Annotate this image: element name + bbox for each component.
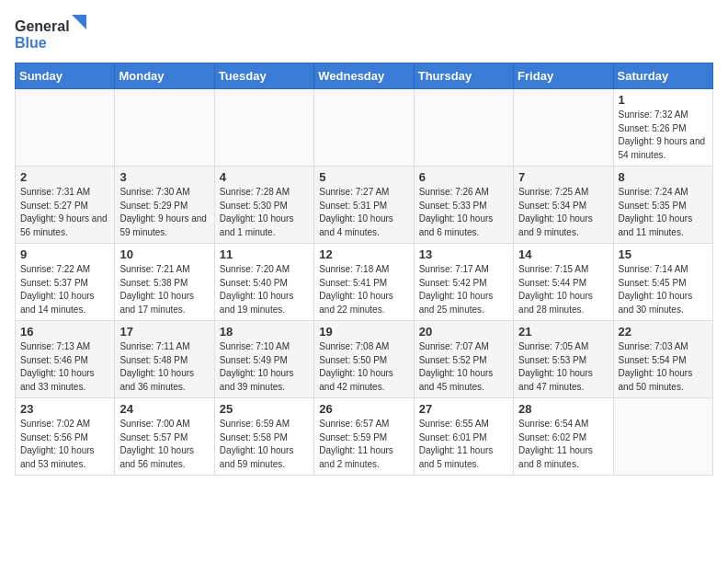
day-cell: 6Sunrise: 7:26 AM Sunset: 5:33 PM Daylig… xyxy=(414,167,513,244)
day-info: Sunrise: 7:25 AM Sunset: 5:34 PM Dayligh… xyxy=(518,186,608,239)
day-cell: 7Sunrise: 7:25 AM Sunset: 5:34 PM Daylig… xyxy=(514,167,613,244)
day-cell xyxy=(514,89,613,167)
weekday-header-wednesday: Wednesday xyxy=(314,63,414,89)
day-number: 12 xyxy=(319,247,408,261)
day-cell xyxy=(414,89,513,167)
day-number: 1 xyxy=(619,93,708,107)
day-cell: 24Sunrise: 7:00 AM Sunset: 5:57 PM Dayli… xyxy=(115,398,214,476)
day-number: 10 xyxy=(119,247,209,261)
day-cell: 25Sunrise: 6:59 AM Sunset: 5:58 PM Dayli… xyxy=(214,398,313,476)
day-cell: 9Sunrise: 7:22 AM Sunset: 5:37 PM Daylig… xyxy=(16,244,115,321)
day-cell: 20Sunrise: 7:07 AM Sunset: 5:52 PM Dayli… xyxy=(414,321,513,398)
day-cell: 1Sunrise: 7:32 AM Sunset: 5:26 PM Daylig… xyxy=(613,89,712,167)
logo-icon: GeneralBlue xyxy=(15,15,88,55)
weekday-header-tuesday: Tuesday xyxy=(214,63,313,89)
logo: GeneralBlue xyxy=(15,15,88,55)
day-cell: 13Sunrise: 7:17 AM Sunset: 5:42 PM Dayli… xyxy=(414,244,513,321)
day-info: Sunrise: 7:32 AM Sunset: 5:26 PM Dayligh… xyxy=(619,109,708,162)
day-number: 14 xyxy=(518,247,608,261)
day-number: 17 xyxy=(119,325,209,339)
weekday-header-sunday: Sunday xyxy=(16,63,115,89)
day-number: 26 xyxy=(319,402,408,416)
day-number: 28 xyxy=(518,402,608,416)
day-info: Sunrise: 7:08 AM Sunset: 5:50 PM Dayligh… xyxy=(319,340,408,394)
day-cell: 12Sunrise: 7:18 AM Sunset: 5:41 PM Dayli… xyxy=(314,244,414,321)
day-number: 18 xyxy=(220,325,309,339)
day-info: Sunrise: 7:03 AM Sunset: 5:54 PM Dayligh… xyxy=(619,340,708,394)
day-cell: 14Sunrise: 7:15 AM Sunset: 5:44 PM Dayli… xyxy=(514,244,613,321)
day-info: Sunrise: 7:27 AM Sunset: 5:31 PM Dayligh… xyxy=(319,186,408,239)
day-number: 15 xyxy=(619,247,708,261)
day-cell: 11Sunrise: 7:20 AM Sunset: 5:40 PM Dayli… xyxy=(214,244,313,321)
day-number: 13 xyxy=(419,247,508,261)
day-info: Sunrise: 7:18 AM Sunset: 5:41 PM Dayligh… xyxy=(319,263,408,316)
day-cell: 10Sunrise: 7:21 AM Sunset: 5:38 PM Dayli… xyxy=(115,244,214,321)
day-number: 16 xyxy=(20,325,109,339)
day-cell: 15Sunrise: 7:14 AM Sunset: 5:45 PM Dayli… xyxy=(613,244,712,321)
day-cell: 27Sunrise: 6:55 AM Sunset: 6:01 PM Dayli… xyxy=(414,398,513,476)
day-info: Sunrise: 7:15 AM Sunset: 5:44 PM Dayligh… xyxy=(518,263,608,316)
weekday-header-friday: Friday xyxy=(514,63,613,89)
day-cell: 28Sunrise: 6:54 AM Sunset: 6:02 PM Dayli… xyxy=(514,398,613,476)
day-number: 21 xyxy=(518,325,608,339)
day-number: 5 xyxy=(319,170,408,184)
day-number: 25 xyxy=(220,402,309,416)
day-cell: 16Sunrise: 7:13 AM Sunset: 5:46 PM Dayli… xyxy=(16,321,115,398)
day-cell: 5Sunrise: 7:27 AM Sunset: 5:31 PM Daylig… xyxy=(314,167,414,244)
day-number: 27 xyxy=(419,402,508,416)
day-number: 8 xyxy=(619,170,708,184)
day-info: Sunrise: 7:17 AM Sunset: 5:42 PM Dayligh… xyxy=(419,263,508,316)
day-info: Sunrise: 7:24 AM Sunset: 5:35 PM Dayligh… xyxy=(619,186,708,239)
day-cell: 3Sunrise: 7:30 AM Sunset: 5:29 PM Daylig… xyxy=(115,167,214,244)
day-info: Sunrise: 6:54 AM Sunset: 6:02 PM Dayligh… xyxy=(518,418,608,471)
svg-text:General: General xyxy=(15,18,70,34)
day-cell: 18Sunrise: 7:10 AM Sunset: 5:49 PM Dayli… xyxy=(214,321,313,398)
day-number: 9 xyxy=(20,247,109,261)
day-cell xyxy=(16,89,115,167)
day-cell: 21Sunrise: 7:05 AM Sunset: 5:53 PM Dayli… xyxy=(514,321,613,398)
day-cell: 2Sunrise: 7:31 AM Sunset: 5:27 PM Daylig… xyxy=(16,167,115,244)
weekday-header-row: SundayMondayTuesdayWednesdayThursdayFrid… xyxy=(16,63,713,89)
week-row-5: 23Sunrise: 7:02 AM Sunset: 5:56 PM Dayli… xyxy=(16,398,713,476)
header: GeneralBlue xyxy=(15,15,713,55)
day-info: Sunrise: 7:11 AM Sunset: 5:48 PM Dayligh… xyxy=(119,340,209,394)
day-number: 3 xyxy=(119,170,209,184)
day-number: 2 xyxy=(20,170,109,184)
day-info: Sunrise: 7:28 AM Sunset: 5:30 PM Dayligh… xyxy=(220,186,309,239)
day-cell: 17Sunrise: 7:11 AM Sunset: 5:48 PM Dayli… xyxy=(115,321,214,398)
day-info: Sunrise: 6:55 AM Sunset: 6:01 PM Dayligh… xyxy=(419,418,508,471)
day-number: 11 xyxy=(220,247,309,261)
day-info: Sunrise: 7:14 AM Sunset: 5:45 PM Dayligh… xyxy=(619,263,708,316)
day-info: Sunrise: 7:31 AM Sunset: 5:27 PM Dayligh… xyxy=(20,186,109,239)
day-info: Sunrise: 7:00 AM Sunset: 5:57 PM Dayligh… xyxy=(119,418,209,471)
day-info: Sunrise: 7:22 AM Sunset: 5:37 PM Dayligh… xyxy=(20,263,109,316)
day-info: Sunrise: 7:07 AM Sunset: 5:52 PM Dayligh… xyxy=(419,340,508,394)
calendar-table: SundayMondayTuesdayWednesdayThursdayFrid… xyxy=(15,63,713,476)
day-info: Sunrise: 7:26 AM Sunset: 5:33 PM Dayligh… xyxy=(419,186,508,239)
day-cell: 19Sunrise: 7:08 AM Sunset: 5:50 PM Dayli… xyxy=(314,321,414,398)
svg-text:Blue: Blue xyxy=(15,35,47,51)
day-info: Sunrise: 7:20 AM Sunset: 5:40 PM Dayligh… xyxy=(220,263,309,316)
day-number: 20 xyxy=(419,325,508,339)
week-row-4: 16Sunrise: 7:13 AM Sunset: 5:46 PM Dayli… xyxy=(16,321,713,398)
day-number: 7 xyxy=(518,170,608,184)
day-info: Sunrise: 7:21 AM Sunset: 5:38 PM Dayligh… xyxy=(119,263,209,316)
day-cell: 4Sunrise: 7:28 AM Sunset: 5:30 PM Daylig… xyxy=(214,167,313,244)
day-info: Sunrise: 7:10 AM Sunset: 5:49 PM Dayligh… xyxy=(220,340,309,394)
day-cell xyxy=(613,398,712,476)
day-cell: 26Sunrise: 6:57 AM Sunset: 5:59 PM Dayli… xyxy=(314,398,414,476)
day-cell xyxy=(314,89,414,167)
day-cell: 8Sunrise: 7:24 AM Sunset: 5:35 PM Daylig… xyxy=(613,167,712,244)
day-cell xyxy=(214,89,313,167)
weekday-header-saturday: Saturday xyxy=(613,63,712,89)
day-cell: 22Sunrise: 7:03 AM Sunset: 5:54 PM Dayli… xyxy=(613,321,712,398)
day-cell xyxy=(115,89,214,167)
day-info: Sunrise: 7:02 AM Sunset: 5:56 PM Dayligh… xyxy=(20,418,109,471)
day-info: Sunrise: 7:05 AM Sunset: 5:53 PM Dayligh… xyxy=(518,340,608,394)
day-number: 19 xyxy=(319,325,408,339)
weekday-header-thursday: Thursday xyxy=(414,63,513,89)
day-number: 4 xyxy=(220,170,309,184)
day-info: Sunrise: 7:13 AM Sunset: 5:46 PM Dayligh… xyxy=(20,340,109,394)
day-info: Sunrise: 6:59 AM Sunset: 5:58 PM Dayligh… xyxy=(220,418,309,471)
day-number: 6 xyxy=(419,170,508,184)
